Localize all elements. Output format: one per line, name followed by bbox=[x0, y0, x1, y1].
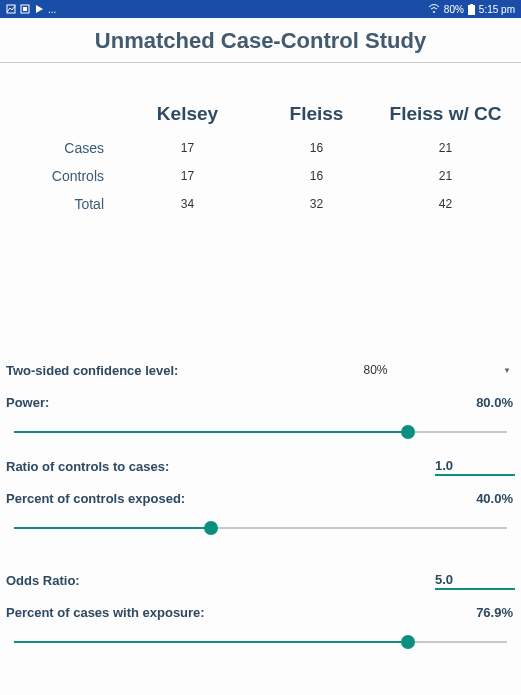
pcase-label: Percent of cases with exposure: bbox=[6, 605, 266, 620]
status-bar: ... 80% 5:15 pm bbox=[0, 0, 521, 18]
title-bar: Unmatched Case-Control Study bbox=[0, 18, 521, 63]
cell: 16 bbox=[253, 135, 380, 161]
slider-thumb[interactable] bbox=[401, 425, 415, 439]
battery-icon bbox=[468, 4, 475, 15]
cell: 32 bbox=[253, 191, 380, 217]
odds-label: Odds Ratio: bbox=[6, 573, 236, 588]
table-row: Controls 17 16 21 bbox=[12, 163, 509, 189]
clock-text: 5:15 pm bbox=[479, 4, 515, 15]
pctrl-label: Percent of controls exposed: bbox=[6, 491, 236, 506]
svg-rect-6 bbox=[470, 4, 473, 5]
row-label: Total bbox=[12, 191, 122, 217]
pctrl-value: 40.0% bbox=[236, 491, 515, 506]
wifi-icon bbox=[428, 4, 440, 14]
cell: 16 bbox=[253, 163, 380, 189]
col-fleisscc: Fleiss w/ CC bbox=[382, 95, 509, 133]
stop-icon bbox=[20, 4, 30, 14]
ratio-label: Ratio of controls to cases: bbox=[6, 459, 236, 474]
power-label: Power: bbox=[6, 395, 236, 410]
row-label: Cases bbox=[12, 135, 122, 161]
svg-rect-5 bbox=[468, 5, 475, 15]
svg-point-4 bbox=[433, 11, 435, 13]
confidence-spinner[interactable]: 80% ▼ bbox=[236, 363, 515, 377]
svg-marker-3 bbox=[36, 5, 43, 13]
svg-rect-2 bbox=[23, 7, 27, 11]
battery-text: 80% bbox=[444, 4, 464, 15]
table-row: Total 34 32 42 bbox=[12, 191, 509, 217]
slider-thumb[interactable] bbox=[401, 635, 415, 649]
play-icon bbox=[34, 4, 44, 14]
power-slider[interactable] bbox=[14, 425, 507, 439]
pcase-slider[interactable] bbox=[14, 635, 507, 649]
cell: 17 bbox=[124, 163, 251, 189]
confidence-value: 80% bbox=[363, 363, 387, 377]
more-icon: ... bbox=[48, 4, 56, 15]
confidence-label: Two-sided confidence level: bbox=[6, 363, 236, 378]
results-table: Kelsey Fleiss Fleiss w/ CC Cases 17 16 2… bbox=[0, 63, 521, 219]
table-row: Cases 17 16 21 bbox=[12, 135, 509, 161]
slider-thumb[interactable] bbox=[204, 521, 218, 535]
image-icon bbox=[6, 4, 16, 14]
cell: 21 bbox=[382, 163, 509, 189]
chevron-down-icon: ▼ bbox=[503, 366, 511, 375]
cell: 17 bbox=[124, 135, 251, 161]
page-title: Unmatched Case-Control Study bbox=[0, 28, 521, 54]
cell: 21 bbox=[382, 135, 509, 161]
ratio-input[interactable] bbox=[435, 457, 515, 476]
cell: 34 bbox=[124, 191, 251, 217]
power-value: 80.0% bbox=[236, 395, 515, 410]
cell: 42 bbox=[382, 191, 509, 217]
col-kelsey: Kelsey bbox=[124, 95, 251, 133]
pcase-value: 76.9% bbox=[266, 605, 515, 620]
col-fleiss: Fleiss bbox=[253, 95, 380, 133]
odds-input[interactable] bbox=[435, 571, 515, 590]
row-label: Controls bbox=[12, 163, 122, 189]
pctrl-slider[interactable] bbox=[14, 521, 507, 535]
